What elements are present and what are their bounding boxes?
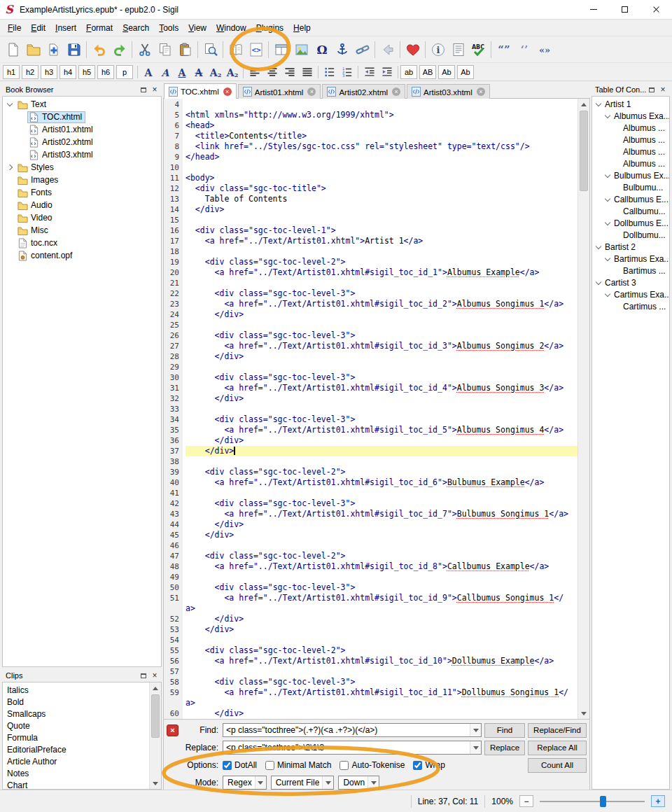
menu-tools[interactable]: Tools	[154, 21, 183, 35]
book-browser-item-artist02-xhtml[interactable]: Artist02.xhtml	[3, 136, 161, 148]
expander-expanded-icon[interactable]	[605, 112, 610, 118]
toc-item-bulbumu[interactable]: Bulbumu...	[592, 181, 669, 193]
toc-item-cartimus-exa[interactable]: Cartimus Exa...	[592, 288, 669, 300]
clip-item-editorialpreface[interactable]: EditorialPreface	[3, 743, 150, 755]
chevron-down-icon[interactable]	[470, 741, 481, 754]
book-browser-item-artist03-xhtml[interactable]: Artist03.xhtml	[3, 148, 161, 161]
toolbar-special-characters-button[interactable]: Ω	[312, 38, 332, 61]
option-minimal-match[interactable]: Minimal Match	[265, 760, 331, 770]
menu-format[interactable]: Format	[81, 21, 118, 35]
toolbar-uppercase-button[interactable]: AB	[419, 65, 436, 79]
toolbar-heading-h5-button[interactable]: h5	[78, 65, 95, 79]
clip-item-smallcaps[interactable]: Smallcaps	[3, 708, 150, 720]
find-input[interactable]: <p class="tocthree">(.+?)(<a .+?>)(</a>)	[223, 723, 482, 737]
float-panel-button[interactable]	[138, 671, 149, 680]
toolbar-outdent-button[interactable]	[360, 64, 378, 80]
toc-item-cartimus[interactable]: Cartimus ...	[592, 300, 669, 312]
toolbar-code-view-button[interactable]: <>	[246, 38, 266, 61]
toolbar-numbered-list-button[interactable]: 123	[338, 64, 356, 80]
replace-find-button[interactable]: Replace/Find	[528, 723, 587, 738]
option-dotall[interactable]: DotAll	[223, 760, 257, 770]
toolbar-capitalize-button[interactable]: Ab	[457, 65, 474, 79]
book-browser-item-styles[interactable]: Styles	[3, 161, 161, 174]
toc-item-bulbumus-ex[interactable]: Bulbumus Ex...	[592, 169, 669, 181]
mode-select-current-file[interactable]: Current File	[271, 776, 335, 790]
toolbar-lowercase-button[interactable]: ab	[400, 65, 417, 79]
expander-expanded-icon[interactable]	[596, 279, 601, 284]
menu-help[interactable]: Help	[288, 21, 316, 35]
editor-code[interactable]: <html xmlns="http://www.w3.org/1999/xhtm…	[183, 99, 578, 719]
expander-expanded-icon[interactable]	[605, 255, 610, 260]
toc-item-albumus[interactable]: Albumus ...	[592, 158, 669, 169]
close-panel-button[interactable]: ×	[657, 85, 668, 94]
close-panel-button[interactable]: ×	[149, 85, 160, 94]
toolbar-bold-button[interactable]: A	[140, 64, 157, 80]
menu-view[interactable]: View	[183, 21, 211, 35]
clips-scrollbar[interactable]	[149, 682, 161, 789]
clip-item-bold[interactable]: Bold	[3, 696, 150, 708]
clip-item-chart[interactable]: Chart	[3, 779, 150, 790]
tab-close-icon[interactable]: ×	[223, 88, 232, 96]
find-close-button[interactable]: ×	[167, 724, 178, 736]
dotall-checkbox[interactable]	[223, 761, 232, 770]
expander-collapsed-icon[interactable]	[7, 164, 13, 170]
toolbar-titlecase-button[interactable]: Ab	[438, 65, 455, 79]
expander-expanded-icon[interactable]	[605, 172, 610, 177]
toolbar-cut-button[interactable]	[134, 38, 155, 61]
auto-tokenise-checkbox[interactable]	[340, 761, 349, 770]
toolbar-save-button[interactable]	[64, 38, 84, 61]
tab-artist01-xhtml[interactable]: Artist01.xhtml×	[238, 84, 321, 99]
toolbar-spellcheck-button[interactable]: ABC	[468, 38, 489, 61]
toolbar-new-button[interactable]	[3, 38, 23, 61]
toc-item-albumus[interactable]: Albumus ...	[592, 122, 669, 134]
toolbar-reports-button[interactable]	[448, 38, 468, 61]
zoom-in-button[interactable]: +	[651, 795, 665, 807]
mode-select-down[interactable]: Down	[338, 776, 379, 790]
toc-item-albumus[interactable]: Albumus ...	[592, 146, 669, 158]
toolbar-align-right-button[interactable]	[281, 64, 298, 80]
toolbar-heading-p-button[interactable]: p	[116, 65, 133, 79]
toc-item-artist-1[interactable]: Artist 1	[592, 98, 669, 110]
close-button[interactable]	[640, 0, 672, 19]
tab-close-icon[interactable]: ×	[307, 88, 316, 96]
scroll-down-icon[interactable]	[578, 708, 589, 719]
minimize-button[interactable]	[578, 0, 609, 19]
find-button[interactable]: Find	[484, 723, 525, 738]
toc-item-bartist-2[interactable]: Bartist 2	[592, 241, 669, 253]
toolbar-paste-button[interactable]	[175, 38, 195, 61]
tab-toc-xhtml[interactable]: TOC.xhtml×	[164, 83, 237, 99]
toolbar-open-button[interactable]	[23, 38, 43, 61]
book-browser-item-fonts[interactable]: Fonts	[3, 186, 161, 199]
tab-artist02-xhtml[interactable]: Artist02.xhtml×	[322, 84, 405, 99]
book-browser-item-audio[interactable]: Audio	[3, 199, 161, 211]
toc-item-albumus-exa[interactable]: Albumus Exa...	[592, 110, 669, 122]
replace-button[interactable]: Replace	[484, 741, 525, 755]
toolbar-italic-button[interactable]: A	[157, 64, 174, 80]
close-panel-button[interactable]: ×	[149, 671, 160, 680]
expander-expanded-icon[interactable]	[605, 219, 610, 225]
toolbar-donate-button[interactable]	[402, 38, 423, 61]
toolbar-strikethrough-button[interactable]: A	[190, 64, 207, 80]
book-browser-item-toc-ncx[interactable]: toc.ncx	[3, 237, 161, 249]
toc-item-bartimus[interactable]: Bartimus ...	[592, 265, 669, 276]
clip-item-quote[interactable]: Quote	[3, 720, 150, 732]
toolbar-add-existing-button[interactable]	[43, 38, 64, 61]
toc-item-dollbumu[interactable]: Dollbumu...	[592, 229, 669, 241]
toc-item-callbumu[interactable]: Callbumu...	[592, 205, 669, 217]
maximize-button[interactable]	[609, 0, 640, 19]
toolbar-align-justify-button[interactable]	[298, 64, 316, 80]
toolbar-undo-button[interactable]	[89, 38, 109, 61]
expander-expanded-icon[interactable]	[605, 195, 610, 201]
zoom-slider[interactable]	[540, 795, 645, 808]
toolbar-copy-button[interactable]	[155, 38, 175, 61]
book-browser-item-misc[interactable]: Misc	[3, 224, 161, 237]
toolbar-back-button[interactable]	[377, 38, 398, 61]
book-browser-item-images[interactable]: Images	[3, 174, 161, 186]
expander-expanded-icon[interactable]	[596, 100, 601, 106]
clip-item-notes[interactable]: Notes	[3, 767, 150, 779]
book-browser-item-artist01-xhtml[interactable]: Artist01.xhtml	[3, 123, 161, 136]
toolbar-heading-h6-button[interactable]: h6	[97, 65, 114, 79]
toolbar-superscript-button[interactable]: A2	[224, 64, 241, 80]
wrap-checkbox[interactable]	[413, 761, 422, 770]
replace-input[interactable]: <p class="tocthree">\2\1\3	[223, 741, 482, 755]
